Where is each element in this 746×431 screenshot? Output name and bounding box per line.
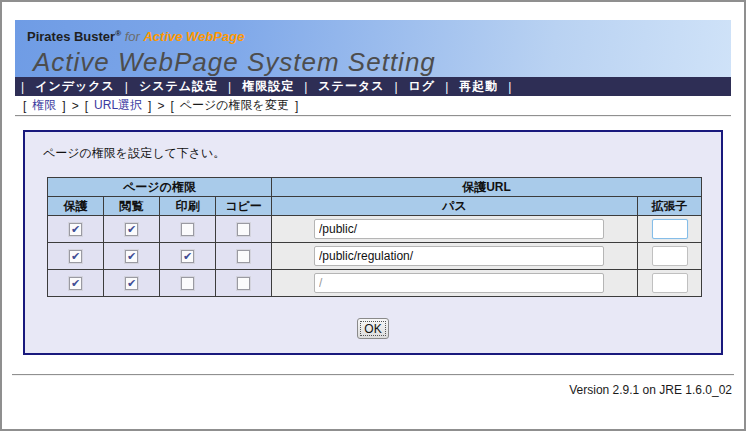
- col-extension: 拡張子: [638, 197, 702, 216]
- brand-line: Pirates Buster® for Active WebPage: [27, 26, 731, 44]
- path-input[interactable]: [314, 219, 604, 239]
- copy-checkbox[interactable]: ✔: [237, 277, 250, 290]
- version-text: Version 2.9.1 on JRE 1.6.0_02: [569, 383, 732, 397]
- brand-name: Pirates Buster: [27, 29, 115, 44]
- breadcrumb-link-permission[interactable]: 権限: [32, 97, 56, 114]
- page-title: Active WebPage System Setting: [33, 47, 731, 78]
- col-protect: 保護: [48, 197, 104, 216]
- nav-separator: |: [394, 80, 398, 94]
- content-panel: ページの権限を設定して下さい。 ページの権限 保護URL 保護 閲覧 印刷 コピ…: [23, 130, 723, 355]
- nav-separator: |: [21, 80, 25, 94]
- copy-checkbox[interactable]: ✔: [237, 250, 250, 263]
- bracket: ]: [62, 99, 65, 113]
- extension-input[interactable]: [652, 273, 688, 293]
- col-view: 閲覧: [104, 197, 160, 216]
- header-banner: Pirates Buster® for Active WebPage Activ…: [15, 20, 731, 77]
- nav-bar: | インデックス | システム設定 | 権限設定 | ステータス | ログ | …: [15, 77, 731, 96]
- check-icon: ✔: [71, 278, 80, 289]
- brand-for: for: [125, 29, 140, 44]
- bracket: ]: [295, 99, 298, 113]
- copy-checkbox[interactable]: ✔: [237, 223, 250, 236]
- table-row: ✔ ✔ ✔ ✔: [48, 243, 702, 270]
- registered-mark: ®: [115, 29, 121, 38]
- check-icon: ✔: [127, 251, 136, 262]
- breadcrumb-current: ページの権限を変更: [180, 97, 289, 114]
- nav-separator: |: [228, 80, 232, 94]
- nav-item-index[interactable]: インデックス: [35, 78, 115, 95]
- path-input[interactable]: [314, 246, 604, 266]
- extension-input[interactable]: [652, 246, 688, 266]
- check-icon: ✔: [71, 224, 80, 235]
- extension-input[interactable]: [652, 219, 688, 239]
- bracket: [: [85, 99, 88, 113]
- nav-separator: |: [304, 80, 308, 94]
- nav-item-system-settings[interactable]: システム設定: [139, 78, 218, 95]
- breadcrumb: [ 権限 ] > [ URL選択 ] > [ ページの権限を変更 ]: [15, 96, 731, 116]
- table-row: ✔ ✔ ✔ ✔: [48, 216, 702, 243]
- nav-separator: |: [445, 80, 449, 94]
- breadcrumb-arrow: >: [72, 99, 79, 113]
- bracket: ]: [148, 99, 151, 113]
- breadcrumb-arrow: >: [157, 99, 164, 113]
- nav-item-log[interactable]: ログ: [409, 78, 436, 95]
- nav-separator: |: [125, 80, 129, 94]
- nav-item-status[interactable]: ステータス: [318, 78, 384, 95]
- nav-item-restart[interactable]: 再起動: [459, 78, 498, 95]
- col-group-protected-url: 保護URL: [272, 178, 702, 197]
- brand-product: Active WebPage: [143, 29, 244, 44]
- view-checkbox[interactable]: ✔: [125, 277, 138, 290]
- nav-item-permission-settings[interactable]: 権限設定: [242, 78, 294, 95]
- path-input[interactable]: [314, 273, 604, 293]
- check-icon: ✔: [127, 278, 136, 289]
- protect-checkbox[interactable]: ✔: [69, 250, 82, 263]
- column-header-row: 保護 閲覧 印刷 コピー パス 拡張子: [48, 197, 702, 216]
- table-row: ✔ ✔ ✔ ✔: [48, 270, 702, 297]
- breadcrumb-link-url-select[interactable]: URL選択: [94, 97, 142, 114]
- nav-separator: |: [508, 80, 512, 94]
- footer-divider: [12, 374, 734, 376]
- check-icon: ✔: [127, 224, 136, 235]
- protect-checkbox[interactable]: ✔: [69, 223, 82, 236]
- col-copy: コピー: [216, 197, 272, 216]
- app-window: Pirates Buster® for Active WebPage Activ…: [0, 0, 746, 431]
- group-header-row: ページの権限 保護URL: [48, 178, 702, 197]
- col-group-permissions: ページの権限: [48, 178, 272, 197]
- check-icon: ✔: [71, 251, 80, 262]
- view-checkbox[interactable]: ✔: [125, 250, 138, 263]
- check-icon: ✔: [183, 251, 192, 262]
- protect-checkbox[interactable]: ✔: [69, 277, 82, 290]
- ok-button[interactable]: OK: [357, 318, 389, 339]
- print-checkbox[interactable]: ✔: [181, 223, 194, 236]
- print-checkbox[interactable]: ✔: [181, 277, 194, 290]
- bracket: [: [23, 99, 26, 113]
- col-path: パス: [272, 197, 638, 216]
- col-print: 印刷: [160, 197, 216, 216]
- permission-table: ページの権限 保護URL 保護 閲覧 印刷 コピー パス 拡張子 ✔ ✔ ✔ ✔…: [47, 177, 702, 297]
- instruction-text: ページの権限を設定して下さい。: [43, 145, 225, 162]
- view-checkbox[interactable]: ✔: [125, 223, 138, 236]
- bracket: [: [170, 99, 173, 113]
- print-checkbox[interactable]: ✔: [181, 250, 194, 263]
